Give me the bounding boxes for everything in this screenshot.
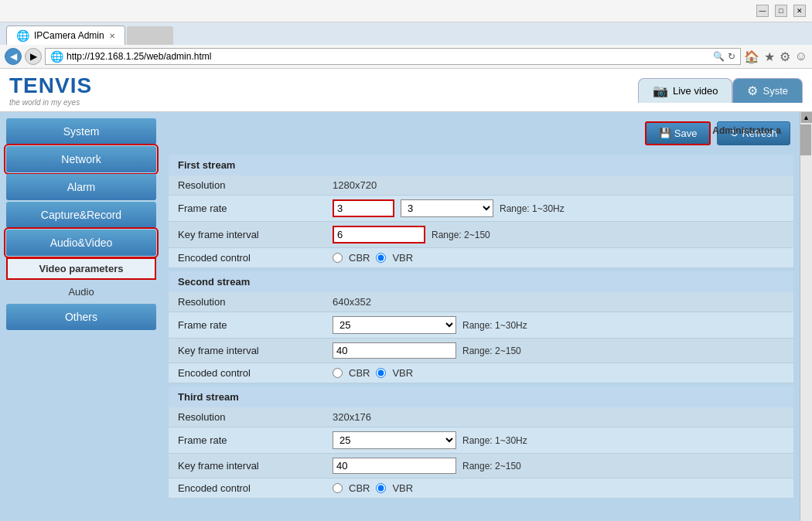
second-cbr-radio[interactable] [333,368,343,378]
logo: TENVIS [9,73,92,98]
second-keyframe-input[interactable] [333,342,456,359]
live-video-tab[interactable]: 📷 Live video [638,78,733,103]
sidebar-item-alarm[interactable]: Alarm [6,174,156,200]
first-framerate-value: 351015202530 Range: 1~30Hz [333,199,784,217]
favorites-icon[interactable]: ★ [764,49,775,64]
maximize-button[interactable]: □ [775,5,787,17]
app-header: TENVIS the world in my eyes 📷 Live video… [0,69,812,112]
tab-bar: 🌐 IPCamera Admin ✕ [0,22,812,45]
toolbar: 💾 Save ↻ Refresh [169,118,793,148]
camera-icon: 📷 [653,83,668,98]
live-video-label: Live video [673,85,718,97]
scroll-thumb[interactable] [800,124,811,155]
sidebar-item-others[interactable]: Others [6,304,156,330]
first-encode-label: Encoded control [178,252,333,264]
second-keyframe-value: Range: 2~150 [333,342,784,359]
gear-icon: ⚙ [747,83,758,98]
nav-bar: ◀ ▶ 🌐 http://192.168.1.25/web/admin.html… [0,45,812,69]
first-vbr-radio[interactable] [376,253,386,263]
second-framerate-value: 253510152030 Range: 1~30Hz [333,316,784,334]
third-cbr-radio[interactable] [333,483,343,493]
first-keyframe-value: Range: 2~150 [333,226,784,243]
first-framerate-select[interactable]: 351015202530 [401,199,493,217]
home-icon[interactable]: 🏠 [744,49,759,64]
third-resolution-label: Resolution [178,411,333,423]
third-keyframe-label: Key frame interval [178,460,333,472]
first-resolution-value: 1280x720 [333,179,784,191]
second-resolution-label: Resolution [178,296,333,308]
sidebar-item-system[interactable]: System [6,118,156,145]
sidebar-item-audio[interactable]: Audio [6,281,156,302]
second-keyframe-range: Range: 2~150 [462,346,521,356]
third-framerate-select[interactable]: 253510152030 [333,431,456,449]
third-vbr-radio[interactable] [376,483,386,493]
first-resolution-label: Resolution [178,179,333,191]
sidebar: System Network Alarm Capture&Record Audi… [0,112,162,521]
third-stream-framerate-row: Frame rate 253510152030 Range: 1~30Hz [169,427,793,454]
first-encode-value: CBR VBR [333,252,784,264]
first-stream-resolution-row: Resolution 1280x720 [169,175,793,196]
first-framerate-input[interactable] [333,199,394,217]
system-tab[interactable]: ⚙ Syste [732,78,803,103]
save-button[interactable]: 💾 Save [645,121,711,145]
smiley-icon: ☺ [795,49,807,63]
first-cbr-label: CBR [349,252,370,264]
back-button[interactable]: ◀ [5,48,22,65]
logo-tagline: the world in my eyes [9,98,92,107]
browser-tab[interactable]: 🌐 IPCamera Admin ✕ [6,26,125,45]
search-icon: 🔍 [713,51,725,62]
second-framerate-select[interactable]: 253510152030 [333,316,456,334]
address-ie-icon: 🌐 [50,50,63,63]
third-stream-resolution-row: Resolution 320x176 [169,407,793,427]
second-stream-keyframe-row: Key frame interval Range: 2~150 [169,339,793,363]
first-cbr-radio[interactable] [333,253,343,263]
logo-area: TENVIS the world in my eyes [9,73,92,107]
third-stream-title: Third stream [169,386,793,407]
third-keyframe-input[interactable] [333,458,456,474]
minimize-button[interactable]: — [756,5,769,17]
second-stream-title: Second stream [169,271,793,292]
second-vbr-label: VBR [392,367,413,379]
third-stream-keyframe-row: Key frame interval Range: 2~150 [169,454,793,478]
second-resolution-value: 640x352 [333,296,784,308]
first-framerate-label: Frame rate [178,203,333,214]
second-stream-resolution-row: Resolution 640x352 [169,292,793,312]
first-keyframe-input[interactable] [333,226,425,243]
second-keyframe-label: Key frame interval [178,345,333,356]
third-framerate-range: Range: 1~30Hz [462,435,527,446]
admin-text: Administrator a [712,125,781,136]
address-bar[interactable]: 🌐 http://192.168.1.25/web/admin.html 🔍 ↻ [45,48,741,65]
scroll-up-button[interactable]: ▲ [801,112,812,123]
save-icon: 💾 [659,128,671,139]
address-text: http://192.168.1.25/web/admin.html [67,51,710,62]
nav-icons: 🏠 ★ ⚙ ☺ [744,49,807,64]
second-stream-framerate-row: Frame rate 253510152030 Range: 1~30Hz [169,312,793,339]
close-button[interactable]: ✕ [793,5,806,17]
header-tabs: 📷 Live video ⚙ Syste [638,78,803,103]
main-content: 💾 Save ↻ Refresh First stream Resolution… [162,112,800,521]
third-encode-value: CBR VBR [333,482,784,494]
forward-button[interactable]: ▶ [25,48,42,65]
sidebar-item-network[interactable]: Network [6,146,156,172]
second-vbr-radio[interactable] [376,368,386,378]
first-keyframe-range: Range: 2~150 [432,230,490,240]
third-framerate-value: 253510152030 Range: 1~30Hz [333,431,784,449]
sidebar-item-audio-video[interactable]: Audio&Video [6,230,156,256]
vertical-scrollbar[interactable]: ▲ ▼ [800,112,812,521]
third-stream-section: Third stream Resolution 320x176 Frame ra… [169,386,793,499]
second-stream-encode-row: Encoded control CBR VBR [169,363,793,383]
third-stream-encode-row: Encoded control CBR VBR [169,478,793,499]
settings-nav-icon[interactable]: ⚙ [780,49,790,64]
first-stream-encode-row: Encoded control CBR VBR [169,248,793,268]
refresh-nav-icon[interactable]: ↻ [728,51,735,62]
tab-title: IPCamera Admin [34,30,104,41]
third-cbr-label: CBR [349,482,370,494]
new-tab-area [127,26,173,45]
sidebar-item-video-parameters[interactable]: Video parameters [6,257,156,280]
sidebar-item-capture-record[interactable]: Capture&Record [6,202,156,228]
second-framerate-label: Frame rate [178,319,333,331]
ie-icon: 🌐 [16,29,29,42]
tab-close-button[interactable]: ✕ [109,32,115,40]
first-stream-keyframe-row: Key frame interval Range: 2~150 [169,222,793,248]
first-framerate-range: Range: 1~30Hz [500,203,565,214]
